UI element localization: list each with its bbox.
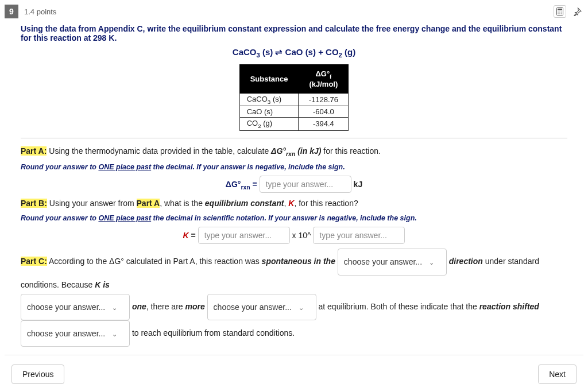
part-c-direction-select[interactable]: choose your answer...⌄ — [338, 249, 447, 275]
dg-rxn-label: ΔG°rxn = — [226, 180, 257, 189]
chevron-down-icon: ⌄ — [299, 304, 304, 311]
svg-point-6 — [559, 13, 560, 14]
table-header-substance: Substance — [239, 65, 299, 94]
part-a-hint: Round your answer to ONE place past the … — [21, 163, 567, 171]
pin-icon[interactable] — [571, 5, 583, 18]
part-c-species-select[interactable]: choose your answer...⌄ — [207, 294, 316, 320]
table-row: CaCO3 (s)-1128.76 — [239, 93, 349, 106]
svg-point-5 — [558, 13, 558, 14]
question-number: 9 — [5, 5, 18, 18]
previous-button[interactable]: Previous — [11, 364, 64, 384]
unit-kj: kJ — [354, 180, 363, 189]
part-c-shift-select[interactable]: choose your answer...⌄ — [21, 320, 130, 347]
svg-rect-1 — [558, 9, 562, 10]
part-b-exponent-input[interactable] — [313, 227, 405, 244]
divider — [21, 138, 567, 138]
k-label: K — [183, 231, 189, 240]
svg-point-7 — [561, 13, 562, 14]
part-b-hint: Round your answer to ONE place past the … — [21, 214, 567, 222]
part-c-text: Part C: According to the ΔG° calculated … — [21, 249, 567, 347]
part-a-text: Part A: Using the thermodynamic data pro… — [21, 145, 567, 159]
table-header-dgf: ΔG°f(kJ/mol) — [299, 65, 349, 94]
part-a-input[interactable] — [260, 176, 351, 193]
part-b-text: Part B: Using your answer from Part A, w… — [21, 197, 567, 210]
svg-point-3 — [559, 11, 560, 12]
part-b-mantissa-input[interactable] — [198, 227, 290, 244]
chevron-down-icon: ⌄ — [112, 304, 117, 311]
times-ten-label: x 10^ — [292, 231, 314, 240]
chevron-down-icon: ⌄ — [429, 259, 434, 266]
chevron-down-icon: ⌄ — [112, 331, 117, 338]
svg-point-2 — [558, 11, 558, 12]
question-prompt: Using the data from Appendix C, write th… — [21, 24, 567, 42]
table-row: CaO (s)-604.0 — [239, 106, 349, 118]
table-row: CO2 (g)-394.4 — [239, 118, 349, 131]
points-label: 1.4 points — [24, 7, 56, 16]
next-button[interactable]: Next — [538, 364, 577, 384]
thermo-data-table: Substance ΔG°f(kJ/mol) CaCO3 (s)-1128.76… — [239, 64, 349, 131]
part-c-kcompare-select[interactable]: choose your answer...⌄ — [21, 294, 130, 320]
calculator-icon[interactable] — [554, 5, 566, 18]
svg-point-4 — [561, 11, 562, 12]
reaction-equation: CaCO3 (s) ⇌ CaO (s) + CO2 (g) — [21, 47, 567, 59]
